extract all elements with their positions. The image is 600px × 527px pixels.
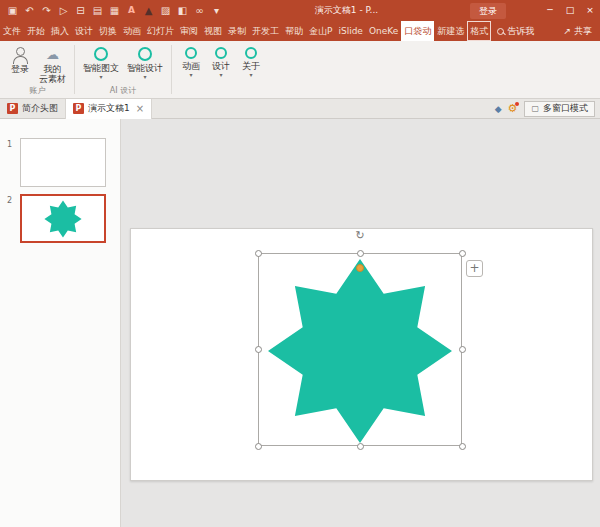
ribbon-tab-record[interactable]: 录制 bbox=[225, 21, 249, 41]
ribbon-tab-insert[interactable]: 插入 bbox=[48, 21, 72, 41]
rotation-handle[interactable]: ↻ bbox=[353, 229, 367, 243]
ribbon-separator bbox=[74, 45, 75, 94]
group-label-ai-design: AI 设计 bbox=[110, 84, 136, 98]
shape-icon[interactable]: ▲ bbox=[142, 0, 155, 21]
ribbon-tab-animations[interactable]: 动画 bbox=[120, 21, 144, 41]
adjust-handle[interactable] bbox=[356, 264, 364, 272]
minimize-button[interactable]: ─ bbox=[540, 0, 560, 21]
window-icon: ▢ bbox=[531, 104, 539, 113]
slide-thumbnail-2-selected[interactable] bbox=[20, 194, 106, 243]
font-color-icon[interactable]: A bbox=[125, 0, 138, 21]
window-controls: ─ □ × bbox=[540, 0, 600, 21]
animation-button[interactable]: 动画 ▾ bbox=[176, 42, 206, 78]
redo-icon[interactable]: ↷ bbox=[40, 0, 53, 21]
ribbon-group-ai-design: 智能图文 ▾ 智能设计 ▾ AI 设计 bbox=[78, 42, 168, 98]
ppt-file-icon: P bbox=[73, 103, 84, 114]
login-button-titlebar[interactable]: 登录 bbox=[470, 3, 506, 19]
document-tab-current[interactable]: P 演示文稿1 × bbox=[66, 99, 152, 119]
chevron-down-icon: ▾ bbox=[189, 72, 192, 78]
slideshow-icon[interactable]: ▷ bbox=[57, 0, 70, 21]
share-label: 共享 bbox=[574, 25, 592, 38]
ribbon-tab-newtab[interactable]: 新建选 bbox=[434, 21, 467, 41]
animation-label: 动画 bbox=[182, 61, 200, 71]
chart-icon[interactable]: ◧ bbox=[176, 0, 189, 21]
search-icon bbox=[497, 28, 504, 35]
ppt-file-icon: P bbox=[7, 103, 18, 114]
share-button[interactable]: ↗ 共享 bbox=[555, 21, 600, 41]
design-label: 设计 bbox=[212, 61, 230, 71]
smart-graphics-button[interactable]: 智能图文 ▾ bbox=[79, 42, 123, 80]
ribbon-group-account: 登录 ☁ 我的 云素材 账户 bbox=[4, 42, 71, 98]
ribbon-tab-view[interactable]: 视图 bbox=[201, 21, 225, 41]
selection-handle-se[interactable] bbox=[459, 443, 466, 450]
selection-handle-s[interactable] bbox=[357, 443, 364, 450]
smart-graphics-icon bbox=[94, 47, 108, 61]
about-label: 关于 bbox=[242, 61, 260, 71]
ribbon-tab-help[interactable]: 帮助 bbox=[282, 21, 306, 41]
person-icon bbox=[12, 46, 28, 63]
document-tab-intro[interactable]: P 简介头图 bbox=[0, 99, 66, 119]
ribbon-tab-transitions[interactable]: 切换 bbox=[96, 21, 120, 41]
cloud-materials-button[interactable]: ☁ 我的 云素材 bbox=[35, 42, 70, 84]
ribbon-tab-developer[interactable]: 开发工 bbox=[249, 21, 282, 41]
link-icon[interactable]: ∞ bbox=[193, 0, 206, 21]
selection-handle-e[interactable] bbox=[459, 346, 466, 353]
ribbon-tab-pocket-active[interactable]: 口袋动 bbox=[401, 21, 434, 41]
titlebar: ▣ ↶ ↷ ▷ ⊟ ▤ ▦ A ▲ ▨ ◧ ∞ ▾ 演示文稿1 - P... 登… bbox=[0, 0, 600, 21]
about-button[interactable]: 关于 ▾ bbox=[236, 42, 266, 78]
star-8-thumbnail bbox=[44, 200, 82, 238]
selection-handle-ne[interactable] bbox=[459, 250, 466, 257]
settings-gear-icon[interactable]: ⚙ bbox=[505, 99, 521, 119]
ribbon-content: 登录 ☁ 我的 云素材 账户 智能图文 ▾ 智能设计 ▾ AI 设计 bbox=[0, 41, 600, 99]
selection-handle-n[interactable] bbox=[357, 250, 364, 257]
plugin-icon[interactable]: ◆ bbox=[492, 104, 505, 114]
tellme-label: 告诉我 bbox=[507, 25, 534, 38]
design-icon bbox=[215, 47, 227, 59]
maximize-button[interactable]: □ bbox=[560, 0, 580, 21]
close-button[interactable]: × bbox=[580, 0, 600, 21]
quick-add-button[interactable]: + bbox=[466, 260, 483, 277]
ribbon-tab-home[interactable]: 开始 bbox=[24, 21, 48, 41]
smart-design-button[interactable]: 智能设计 ▾ bbox=[123, 42, 167, 80]
ribbon-tab-format[interactable]: 格式 bbox=[467, 21, 491, 41]
about-icon bbox=[245, 47, 257, 59]
ribbon-tab-islide[interactable]: iSlide bbox=[335, 21, 365, 41]
chevron-down-icon: ▾ bbox=[219, 72, 222, 78]
selection-handle-w[interactable] bbox=[255, 346, 262, 353]
editing-canvas[interactable]: ↻ + bbox=[121, 119, 600, 527]
smart-graphics-label: 智能图文 bbox=[83, 63, 119, 73]
selection-handle-sw[interactable] bbox=[255, 443, 262, 450]
ribbon-tab-review[interactable]: 审阅 bbox=[177, 21, 201, 41]
login-label: 登录 bbox=[11, 64, 29, 74]
slide-number: 2 bbox=[7, 196, 12, 205]
quick-access-toolbar: ▣ ↶ ↷ ▷ ⊟ ▤ ▦ A ▲ ▨ ◧ ∞ ▾ bbox=[6, 0, 223, 21]
ribbon-group-tools: 动画 ▾ 设计 ▾ 关于 ▾ bbox=[175, 42, 267, 98]
image-icon[interactable]: ▨ bbox=[159, 0, 172, 21]
design-button[interactable]: 设计 ▾ bbox=[206, 42, 236, 78]
slide-thumbnail-1[interactable] bbox=[20, 138, 106, 187]
close-tab-icon[interactable]: × bbox=[134, 103, 144, 114]
ribbon-tab-jinshan[interactable]: 金山P bbox=[306, 21, 335, 41]
slide-panel: 1 2 bbox=[0, 119, 121, 527]
table-icon[interactable]: ▦ bbox=[108, 0, 121, 21]
multiwindow-mode-button[interactable]: ▢ 多窗口模式 bbox=[524, 101, 595, 117]
window-title: 演示文稿1 - P... bbox=[223, 4, 470, 17]
ribbon-tab-design[interactable]: 设计 bbox=[72, 21, 96, 41]
login-button[interactable]: 登录 bbox=[5, 42, 35, 74]
more-commands-icon[interactable]: ▾ bbox=[210, 0, 223, 21]
document-tab-bar: P 简介头图 P 演示文稿1 × ◆ ⚙ ▢ 多窗口模式 bbox=[0, 99, 600, 119]
save-icon[interactable]: ▣ bbox=[6, 0, 19, 21]
selection-handle-nw[interactable] bbox=[255, 250, 262, 257]
ribbon-separator bbox=[171, 45, 172, 94]
ribbon-tab-onekey[interactable]: OneKe bbox=[366, 21, 401, 41]
tellme-box[interactable]: 告诉我 bbox=[491, 21, 540, 41]
undo-icon[interactable]: ↶ bbox=[23, 0, 36, 21]
chevron-down-icon: ▾ bbox=[249, 72, 252, 78]
chevron-down-icon: ▾ bbox=[99, 74, 102, 80]
ribbon-tab-file[interactable]: 文件 bbox=[0, 21, 24, 41]
print-icon[interactable]: ⊟ bbox=[74, 0, 87, 21]
ribbon-tab-slideshow[interactable]: 幻灯片 bbox=[144, 21, 177, 41]
selection-box bbox=[258, 253, 462, 446]
new-slide-icon[interactable]: ▤ bbox=[91, 0, 104, 21]
multiwindow-label: 多窗口模式 bbox=[543, 102, 588, 115]
